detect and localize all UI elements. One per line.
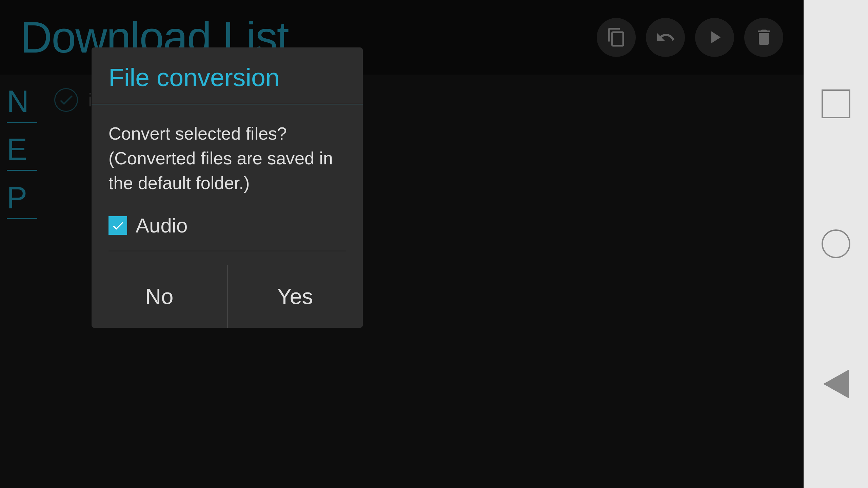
recent-apps-button[interactable] [819,87,853,121]
nav-bar [804,0,868,488]
audio-checkbox-row: Audio [108,214,346,251]
file-conversion-dialog: File conversion Convert selected files? … [92,47,363,328]
dialog-body: Convert selected files? (Converted files… [92,104,363,265]
dialog-header: File conversion [92,47,363,104]
square-icon [822,89,850,118]
audio-checkbox[interactable] [108,216,127,235]
dialog-message-part1: Convert selected files? [108,124,287,143]
back-button[interactable] [819,367,853,401]
dialog-title: File conversion [108,63,279,92]
triangle-icon [823,370,849,398]
audio-label: Audio [136,214,188,237]
home-button[interactable] [819,227,853,261]
dialog-buttons: No Yes [92,265,363,328]
yes-button[interactable]: Yes [228,265,363,328]
checkbox-check-icon [111,219,125,232]
no-button[interactable]: No [92,265,228,328]
dialog-message: Convert selected files? (Converted files… [108,121,346,195]
app-area: Download List [0,0,804,488]
dialog-message-part2: (Converted files are saved in the defaul… [108,148,333,193]
circle-icon [822,229,850,258]
